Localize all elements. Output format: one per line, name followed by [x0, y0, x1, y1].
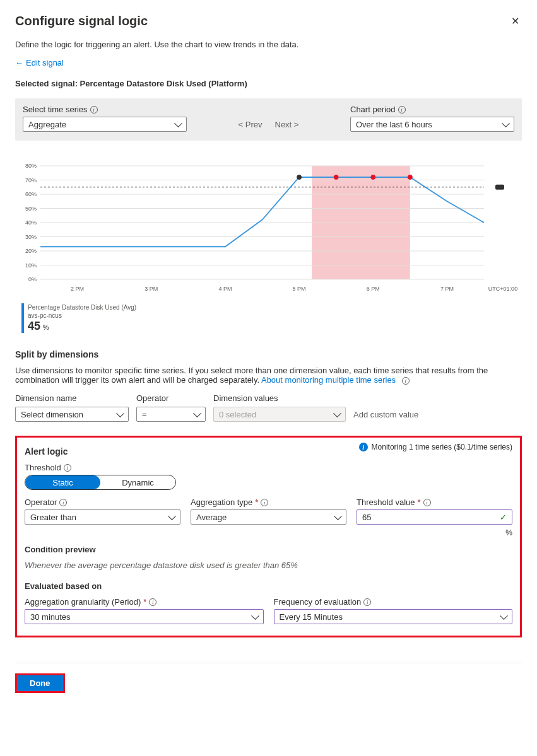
granularity-select[interactable]: 30 minutes [25, 609, 264, 624]
svg-text:3 PM: 3 PM [145, 286, 158, 292]
info-icon[interactable]: i [90, 106, 98, 113]
svg-point-27 [297, 175, 302, 180]
svg-text:20%: 20% [25, 248, 37, 254]
alert-logic-box: i Monitoring 1 time series ($0.1/time se… [15, 436, 522, 637]
chart-period-label: Chart period [350, 105, 396, 114]
dimension-name-select[interactable]: Select dimension [15, 407, 129, 422]
dimensions-heading: Split by dimensions [15, 349, 522, 359]
legend-unit: % [43, 323, 49, 331]
svg-text:5 PM: 5 PM [293, 286, 306, 292]
svg-text:4 PM: 4 PM [218, 286, 232, 292]
add-custom-value[interactable]: Add custom value [353, 410, 418, 422]
svg-point-29 [371, 175, 375, 180]
operator-label: Operator [25, 497, 57, 507]
svg-text:10%: 10% [25, 262, 37, 269]
operator-select[interactable]: Greater than [25, 509, 180, 525]
info-icon[interactable]: i [398, 106, 406, 113]
legend-series-name: Percentage Datastore Disk Used (Avg) [28, 303, 136, 311]
operator-header: Operator [136, 393, 206, 403]
next-button[interactable]: Next > [275, 120, 299, 129]
svg-text:7 PM: 7 PM [440, 286, 454, 292]
svg-text:0%: 0% [28, 276, 37, 282]
info-icon[interactable]: i [149, 598, 156, 606]
threshold-toggle[interactable]: Static Dynamic [25, 475, 176, 490]
prev-button[interactable]: < Prev [239, 120, 263, 129]
info-icon[interactable]: i [363, 598, 371, 606]
page-description: Define the logic for triggering an alert… [15, 40, 522, 49]
done-button[interactable]: Done [15, 673, 65, 693]
threshold-dynamic-button[interactable]: Dynamic [100, 475, 175, 489]
threshold-label: Threshold [25, 463, 61, 472]
evaluated-heading: Evaluated based on [25, 581, 512, 591]
dimension-operator-select[interactable]: = [136, 407, 206, 422]
selected-signal: Selected signal: Percentage Datastore Di… [15, 79, 522, 88]
svg-rect-31 [495, 185, 504, 190]
aggregation-type-label: Aggregation type [191, 497, 252, 507]
dimension-values-select[interactable]: 0 selected [213, 407, 346, 422]
time-series-select[interactable]: Aggregate [23, 117, 187, 132]
info-icon[interactable]: i [402, 377, 410, 385]
arrow-left-icon: ← [15, 58, 23, 67]
time-series-label: Select time series [23, 105, 88, 114]
close-icon[interactable]: ✕ [511, 15, 519, 27]
chart-period-select[interactable]: Over the last 6 hours [350, 117, 514, 132]
info-icon[interactable]: i [261, 499, 268, 506]
about-link[interactable]: About monitoring multiple time series [261, 375, 396, 385]
svg-point-30 [408, 175, 412, 180]
frequency-select[interactable]: Every 15 Minutes [274, 609, 513, 624]
svg-text:2 PM: 2 PM [71, 286, 84, 292]
svg-text:UTC+01:00: UTC+01:00 [488, 286, 517, 292]
svg-text:80%: 80% [25, 163, 37, 169]
svg-text:30%: 30% [25, 234, 37, 240]
dimension-name-header: Dimension name [15, 393, 129, 403]
chart: 0%10%20%30%40%50%60%70%80%2 PM3 PM4 PM5 … [15, 160, 522, 333]
granularity-label: Aggregation granularity (Period) [25, 597, 141, 607]
threshold-value-input[interactable]: 65 ✓ [357, 509, 512, 525]
svg-point-28 [334, 175, 338, 180]
filter-bar: Select time series i Aggregate < Prev Ne… [15, 98, 522, 141]
info-icon[interactable]: i [64, 464, 71, 472]
info-icon[interactable]: i [423, 499, 431, 506]
svg-text:6 PM: 6 PM [367, 286, 380, 292]
percent-unit: % [357, 528, 512, 537]
frequency-label: Frequency of evaluation [274, 597, 362, 607]
svg-text:70%: 70% [25, 177, 37, 183]
page-title: Configure signal logic [15, 14, 522, 28]
edit-signal-link[interactable]: ← Edit signal [15, 58, 64, 67]
legend-subtext: avs-pc-ncus [28, 311, 136, 320]
info-icon: i [359, 443, 368, 451]
check-icon: ✓ [500, 513, 507, 522]
monitoring-note: Monitoring 1 time series ($0.1/time seri… [372, 443, 512, 451]
condition-preview-heading: Condition preview [25, 545, 512, 554]
svg-text:50%: 50% [25, 206, 37, 212]
info-icon[interactable]: i [59, 499, 67, 506]
svg-text:40%: 40% [25, 219, 37, 226]
svg-text:60%: 60% [25, 191, 37, 197]
legend-color-bar [21, 303, 24, 333]
condition-preview-text: Whenever the average percentage datastor… [25, 561, 512, 570]
values-header: Dimension values [213, 393, 346, 403]
legend-value: 45 [28, 320, 40, 332]
threshold-value-label: Threshold value [357, 497, 415, 507]
aggregation-type-select[interactable]: Average [191, 509, 346, 525]
dimensions-description: Use dimensions to monitor specific time … [15, 366, 488, 385]
threshold-static-button[interactable]: Static [25, 475, 100, 489]
